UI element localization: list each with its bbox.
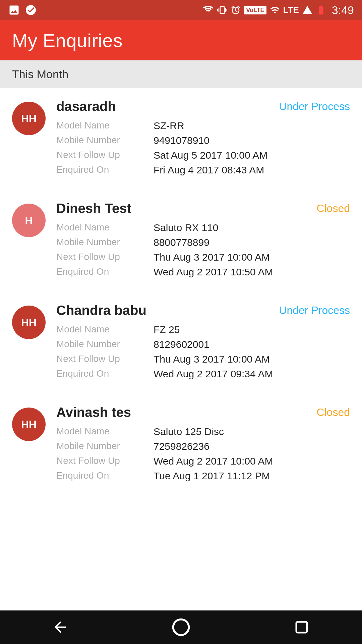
followup-value: Thu Aug 3 2017 10:00 AM — [154, 354, 270, 365]
customer-name: dasaradh — [56, 99, 116, 114]
model-label: Model Name — [56, 120, 154, 131]
followup-label: Next Follow Up — [56, 455, 154, 467]
model-row: Model Name Saluto RX 110 — [56, 222, 350, 233]
enquired-row: Enquired On Tue Aug 1 2017 11:12 PM — [56, 470, 350, 482]
enquired-row: Enquired On Wed Aug 2 2017 09:34 AM — [56, 368, 350, 380]
back-icon — [52, 619, 69, 636]
card-top-row: dasaradh Under Process — [56, 99, 350, 114]
svg-rect-1 — [296, 622, 307, 633]
enquired-label: Enquired On — [56, 368, 154, 380]
avatar: HH — [12, 306, 46, 339]
card-top-row: Avinash tes Closed — [56, 405, 350, 420]
card-content: Dinesh Test Closed Model Name Saluto RX … — [56, 201, 350, 281]
enquired-row: Enquired On Fri Aug 4 2017 08:43 AM — [56, 164, 350, 176]
customer-name: Dinesh Test — [56, 201, 131, 216]
home-icon — [172, 618, 190, 637]
vibrate-icon — [217, 5, 227, 15]
mobile-row: Mobile Number 9491078910 — [56, 135, 350, 146]
model-value: SZ-RR — [154, 120, 184, 131]
enquiry-card[interactable]: HH dasaradh Under Process Model Name SZ-… — [0, 88, 362, 190]
followup-row: Next Follow Up Thu Aug 3 2017 10:00 AM — [56, 354, 350, 365]
followup-label: Next Follow Up — [56, 150, 154, 161]
volte-badge: VoLTE — [244, 6, 266, 14]
followup-row: Next Follow Up Wed Aug 2 2017 10:00 AM — [56, 455, 350, 467]
enquiry-card[interactable]: HH Avinash tes Closed Model Name Saluto … — [0, 394, 362, 496]
enquiry-card[interactable]: HH Chandra babu Under Process Model Name… — [0, 292, 362, 394]
alarm-icon — [231, 5, 241, 15]
model-row: Model Name SZ-RR — [56, 120, 350, 131]
model-value: Saluto 125 Disc — [154, 426, 224, 437]
mobile-row: Mobile Number 7259826236 — [56, 441, 350, 452]
enquired-label: Enquired On — [56, 470, 154, 482]
mobile-label: Mobile Number — [56, 237, 154, 248]
photo-icon — [8, 4, 20, 16]
mobile-label: Mobile Number — [56, 441, 154, 452]
back-button[interactable] — [47, 614, 74, 641]
enquired-label: Enquired On — [56, 266, 154, 278]
app-bar: My Enquiries — [0, 20, 362, 60]
enquiry-card[interactable]: H Dinesh Test Closed Model Name Saluto R… — [0, 190, 362, 292]
customer-name: Chandra babu — [56, 303, 146, 318]
status-badge: Under Process — [279, 304, 350, 317]
status-badge: Closed — [316, 406, 350, 419]
card-content: dasaradh Under Process Model Name SZ-RR … — [56, 99, 350, 179]
followup-row: Next Follow Up Thu Aug 3 2017 10:00 AM — [56, 252, 350, 263]
battery-icon — [316, 5, 326, 15]
followup-row: Next Follow Up Sat Aug 5 2017 10:00 AM — [56, 150, 350, 161]
recents-icon — [294, 619, 310, 635]
status-badge: Under Process — [279, 100, 350, 113]
status-badge: Closed — [316, 202, 350, 215]
card-top-row: Dinesh Test Closed — [56, 201, 350, 216]
mobile-label: Mobile Number — [56, 135, 154, 146]
mobile-value: 9491078910 — [154, 135, 209, 146]
enquiries-list: HH dasaradh Under Process Model Name SZ-… — [0, 88, 362, 530]
model-label: Model Name — [56, 222, 154, 233]
avatar-initials: HH — [21, 418, 37, 431]
mobile-value: 8129602001 — [154, 339, 209, 350]
avatar: HH — [12, 408, 46, 441]
model-row: Model Name Saluto 125 Disc — [56, 426, 350, 437]
followup-value: Sat Aug 5 2017 10:00 AM — [154, 150, 267, 161]
mobile-row: Mobile Number 8129602001 — [56, 339, 350, 350]
section-header-label: This Month — [12, 68, 68, 80]
status-bar: VoLTE LTE 3:49 — [0, 0, 362, 20]
enquired-value: Tue Aug 1 2017 11:12 PM — [154, 470, 270, 482]
signal-strength-icon — [302, 5, 312, 15]
model-value: FZ 25 — [154, 324, 180, 335]
followup-label: Next Follow Up — [56, 354, 154, 365]
app-title: My Enquiries — [12, 30, 123, 51]
model-row: Model Name FZ 25 — [56, 324, 350, 335]
bottom-navigation — [0, 610, 362, 644]
mobile-label: Mobile Number — [56, 339, 154, 350]
enquired-value: Wed Aug 2 2017 09:34 AM — [154, 368, 273, 380]
followup-value: Wed Aug 2 2017 10:00 AM — [154, 455, 273, 467]
card-content: Chandra babu Under Process Model Name FZ… — [56, 303, 350, 383]
model-value: Saluto RX 110 — [154, 222, 218, 233]
svg-point-0 — [173, 620, 189, 635]
model-label: Model Name — [56, 324, 154, 335]
home-button[interactable] — [168, 614, 194, 641]
status-bar-right-icons: VoLTE LTE 3:49 — [202, 4, 354, 17]
avatar-initials: HH — [21, 112, 37, 125]
section-header: This Month — [0, 60, 362, 88]
time-display: 3:49 — [332, 4, 354, 17]
avatar-initials: H — [25, 214, 33, 227]
lte-label: LTE — [283, 5, 299, 15]
followup-value: Thu Aug 3 2017 10:00 AM — [154, 252, 270, 263]
avatar: H — [12, 204, 46, 237]
customer-name: Avinash tes — [56, 405, 131, 420]
recents-button[interactable] — [288, 614, 315, 641]
mobile-value: 7259826236 — [154, 441, 209, 452]
mobile-value: 8800778899 — [154, 237, 209, 248]
status-bar-left-icons — [8, 4, 37, 16]
hotspot-icon — [202, 4, 214, 16]
enquired-row: Enquired On Wed Aug 2 2017 10:50 AM — [56, 266, 350, 278]
model-label: Model Name — [56, 426, 154, 437]
mobile-row: Mobile Number 8800778899 — [56, 237, 350, 248]
card-content: Avinash tes Closed Model Name Saluto 125… — [56, 405, 350, 485]
notification-icon — [25, 4, 37, 16]
avatar-initials: HH — [21, 316, 37, 329]
followup-label: Next Follow Up — [56, 252, 154, 263]
enquired-value: Fri Aug 4 2017 08:43 AM — [154, 164, 264, 176]
card-top-row: Chandra babu Under Process — [56, 303, 350, 318]
